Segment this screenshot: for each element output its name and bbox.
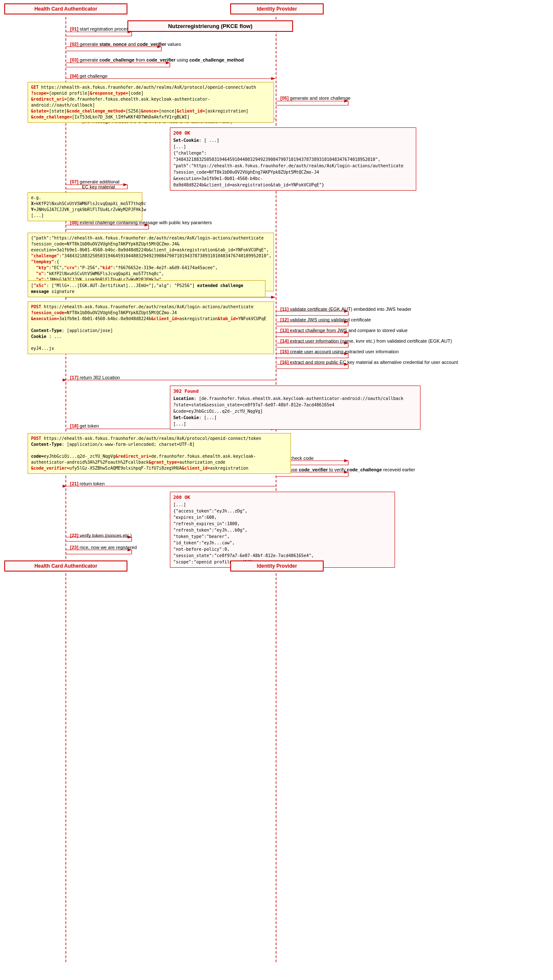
step-01-label: [01] start registration process <box>70 26 131 31</box>
step-15-label: [15] create user account using extracted… <box>280 349 399 354</box>
step-05-label: [05] generate and store challenge <box>280 96 350 101</box>
post-token-box: POST https://ehealth-ask.fokus.fraunhofe… <box>28 433 291 474</box>
step-20-label: [20] use code_verifier to verify code_ch… <box>280 467 415 472</box>
step-21-label: [21] return token <box>70 481 104 486</box>
jws-signature-box: ["x5c": ["MllG+...[EGK.AUT-Zertifikat]..… <box>28 280 265 297</box>
get-request-box: GET https://ehealth-ask.fokus.fraunhofer… <box>28 82 274 123</box>
step-11-label: [11] validate certificate (EGK.AUT) embe… <box>280 307 412 312</box>
left-actor-top: Health Card Authenticator <box>4 3 127 14</box>
step-18-label: [18] get token <box>70 423 99 428</box>
step-12-label: [12] validate JWS using validated certif… <box>280 317 371 322</box>
step-04-label: [04] get challenge <box>70 73 107 79</box>
ec-key-box: e.g. X=kKfP2lNxuhSCvUtVSWM6FlsJcvqQapXi_… <box>28 192 142 221</box>
step-02-label: [02] generate state, nonce and code_veri… <box>70 42 181 47</box>
left-actor-bottom: Health Card Authenticator <box>4 560 127 572</box>
step-22-label: [22] verify token (nonces etc.) <box>70 533 132 538</box>
step-07-label: [07] generate additional EC key material <box>70 179 119 189</box>
step-23-label: [23] nice, now we are registered <box>70 545 137 550</box>
post-request-box: POST https://ehealth-ask.fokus.fraunhofe… <box>28 301 274 354</box>
right-actor-top: Identity Provider <box>230 3 324 14</box>
response-200-token-box: 200 OK [...] {"access_token":"eyJh...zDg… <box>170 492 395 568</box>
diagram-title: Nutzerregistrierung (PKCE flow) <box>127 20 293 32</box>
right-actor-bottom: Identity Provider <box>230 560 324 572</box>
response-302-box: 302 Found Location: [de.fraunhofer.fokus… <box>170 386 420 430</box>
step-14-label: [14] extract user information (name, kvn… <box>280 338 452 344</box>
response-200-top: 200 OK Set-Cookie: [ ...] [...] {"challe… <box>170 127 416 191</box>
step-03-label: [03] generate code_challenge from code_v… <box>70 57 244 62</box>
step-17-label: [17] return 302 Location <box>70 375 120 380</box>
step-16-label: [16] extract and store public EC key mat… <box>280 360 458 365</box>
step-13-label: [13] extract challenge from JWS and comp… <box>280 328 408 333</box>
